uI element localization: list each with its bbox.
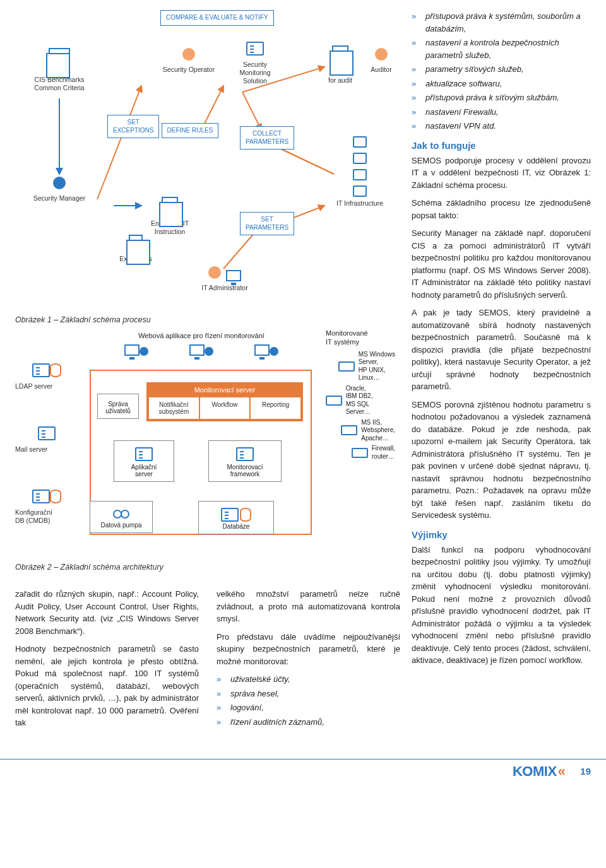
- bottom-bullet: řízení auditních záznamů,: [217, 716, 400, 729]
- top-bullet: nastavení Firewallu,: [412, 106, 591, 119]
- security-operator-label: Security Operator: [154, 66, 223, 74]
- server-icon: [38, 426, 56, 440]
- database-icon: [240, 508, 251, 522]
- server-icon: [353, 169, 367, 180]
- config-db-label: Konfigurační DB (CMDB): [15, 508, 78, 525]
- server-icon: [246, 42, 264, 56]
- compare-evaluate-tag: COMPARE & EVALUATE & NOTIFY: [160, 10, 274, 26]
- reporting-cell: Reporting: [251, 397, 300, 419]
- server-icon: [338, 361, 355, 372]
- user-icon: [270, 347, 278, 356]
- top-bullet-list: přístupová práva k systémům, souborům a …: [412, 10, 591, 132]
- how-it-works-heading: Jak to funguje: [412, 140, 591, 151]
- server-icon: [341, 425, 357, 435]
- define-rules-tag: DEFINE RULES: [162, 123, 219, 139]
- database-icon: [50, 363, 61, 377]
- monitoring-framework-box: Monitorovací framework: [208, 440, 282, 482]
- bottom-bullet: logování,: [217, 701, 400, 714]
- server-icon: [221, 508, 239, 522]
- it-administrator-label: IT Administrator: [187, 284, 263, 292]
- figure1-caption: Obrázek 1 – Základní schéma procesu: [15, 315, 205, 326]
- notification-subsystem-cell: Notifikační subsystém: [149, 397, 199, 419]
- bottom-bullet-list: uživatelské účty, správa hesel, logování…: [217, 673, 400, 728]
- it-infrastructure-label: IT Infrastructure: [328, 199, 391, 208]
- set-exceptions-tag: SET EXCEPTIONS: [107, 115, 159, 138]
- user-icon: [208, 266, 221, 279]
- svg-point-1: [121, 510, 129, 518]
- bottom-col1-p1: zařadit do různých skupin, např.: Accoun…: [15, 588, 199, 637]
- webapp-label: Webová aplikace pro řízení monitorování: [104, 332, 299, 341]
- auditor-label: Auditor: [364, 66, 399, 74]
- monitor-icon: [254, 344, 270, 356]
- server-icon: [32, 490, 50, 503]
- app-server-box: Aplikační server: [114, 440, 174, 482]
- article-paragraph: SEMOS podporuje procesy v oddělení provo…: [412, 155, 591, 192]
- security-monitoring-label: Security Monitoring Solution: [223, 61, 287, 85]
- server-icon: [236, 447, 254, 461]
- bottom-col2-p1: velkého množství parametrů nelze ručně z…: [217, 588, 400, 625]
- database-box: Databáze: [198, 501, 274, 534]
- monitored-systems-web: MS IIS, Websphere, Apache…: [361, 419, 395, 443]
- workflow-cell: Workflow: [200, 397, 250, 419]
- server-icon: [326, 396, 342, 406]
- brand-logo: KOMIX«: [513, 763, 565, 780]
- monitor-icon: [124, 344, 140, 356]
- security-manager-label: Security Manager: [21, 194, 97, 202]
- article-right-column: přístupová práva k systémům, souborům a …: [412, 10, 591, 735]
- article-paragraph: Další funkcí na podporu vyhodnocování be…: [412, 544, 591, 667]
- top-bullet: parametry síťových služeb,: [412, 63, 591, 76]
- collect-parameters-tag: COLLECT PARAMETERS: [240, 126, 294, 150]
- server-icon: [353, 153, 367, 164]
- user-icon: [205, 347, 213, 356]
- page-number: 19: [580, 766, 591, 777]
- top-bullet: přístupová práva k síťovým službám,: [412, 91, 591, 104]
- server-icon: [32, 363, 50, 377]
- ldap-server-label: LDAP server: [15, 382, 78, 390]
- user-icon: [53, 177, 66, 189]
- doc-icon: [332, 45, 348, 63]
- user-icon: [375, 48, 388, 61]
- doc-icon: [129, 235, 143, 250]
- bottom-bullet: uživatelské účty,: [217, 673, 400, 686]
- monitored-systems-title: Monitorované IT systémy: [326, 329, 395, 347]
- monitor-icon: [189, 344, 205, 356]
- top-bullet: nastavení a kontrola bezpečnostních para…: [412, 37, 591, 61]
- doc-icon: [162, 197, 178, 214]
- top-bullet: aktualizace softwaru,: [412, 78, 591, 90]
- user-mgmt-box: Správa uživatelů: [97, 394, 139, 419]
- bottom-col1-p2: Hodnoty bezpečnostních parametrů se čast…: [15, 643, 199, 729]
- figure2-caption: Obrázek 2 – Základní schéma architektury: [15, 563, 217, 573]
- server-icon: [353, 136, 367, 148]
- top-bullet: nastavení VPN atd.: [412, 120, 591, 132]
- monitored-systems-net: Firewall, router…: [372, 445, 395, 460]
- page-footer: KOMIX« 19: [0, 759, 606, 787]
- article-paragraph: SEMOS porovná zjištěnou hodnotu parametr…: [412, 399, 591, 522]
- server-icon: [353, 185, 367, 197]
- server-icon: [352, 448, 368, 458]
- monitored-systems-db: Oracle, IBM DB2, MS SQL Server…: [346, 385, 395, 416]
- bottom-col2-p2: Pro představu dále uvádíme nejpoužívaněj…: [217, 631, 400, 668]
- bottom-text-columns: zařadit do různých skupin, např.: Accoun…: [15, 588, 400, 735]
- bottom-bullet: správa hesel,: [217, 688, 400, 700]
- data-pump-box: Datová pumpa: [90, 501, 153, 533]
- gears-icon: [112, 508, 131, 520]
- user-icon: [140, 347, 148, 356]
- monitored-systems-os: MS Windows Server, HP UNIX, Linux…: [359, 351, 395, 382]
- article-paragraph: A pak je tady SEMOS, který pravidelně a …: [412, 307, 591, 393]
- set-parameters-tag: SET PARAMETERS: [240, 212, 294, 235]
- server-icon: [135, 447, 153, 461]
- user-icon: [182, 48, 195, 61]
- doc-icon: [49, 48, 70, 71]
- mail-server-label: Mail server: [15, 445, 78, 454]
- article-paragraph: Security Manager na základě např. doporu…: [412, 227, 591, 301]
- svg-point-0: [114, 510, 121, 518]
- monitor-icon: [226, 270, 241, 281]
- monitoring-server-title: Monitorovací server: [148, 384, 302, 396]
- architecture-diagram: COMPARE & EVALUATE & NOTIFY CIS Benchmar…: [15, 10, 400, 578]
- database-icon: [50, 490, 61, 503]
- exceptions-heading: Výjimky: [412, 529, 591, 540]
- article-paragraph: Schéma základního procesu lze zjednoduše…: [412, 197, 591, 221]
- top-bullet: přístupová práva k systémům, souborům a …: [412, 10, 591, 35]
